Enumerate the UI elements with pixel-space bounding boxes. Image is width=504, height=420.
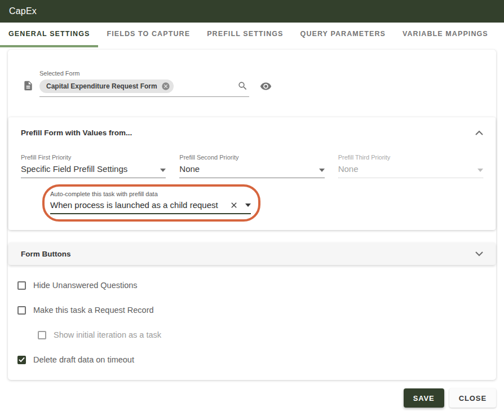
priority-dropdowns: Prefill First Priority Specific Field Pr… [21, 154, 483, 178]
dropdown-label: Prefill Second Priority [179, 154, 324, 161]
selected-form-row: Selected Form Capital Expenditure Reques… [8, 50, 496, 97]
dropdown-value: None [338, 164, 359, 174]
checkbox-label: Show initial iteration as a task [54, 330, 161, 339]
form-buttons-panel[interactable]: Form Buttons [8, 242, 496, 265]
footer-actions: SAVE CLOSE [8, 388, 496, 408]
prefill-second-priority-select[interactable]: Prefill Second Priority None [179, 154, 324, 178]
chip-label: Capital Expenditure Request Form [46, 82, 157, 90]
checkbox-label: Delete draft data on timeout [33, 355, 134, 364]
tab-query-parameters[interactable]: QUERY PARAMETERS [292, 23, 394, 47]
dropdown-arrow-icon [478, 164, 483, 174]
dropdown-label: Prefill Third Priority [338, 154, 483, 161]
autocomplete-value: When process is launched as a child requ… [50, 200, 229, 210]
document-icon [23, 79, 34, 95]
checkbox-checked-icon[interactable] [17, 356, 26, 364]
close-button[interactable]: CLOSE [449, 388, 496, 408]
checkbox-icon [38, 331, 46, 339]
prefill-panel-title: Prefill Form with Values from... [21, 129, 132, 137]
dropdown-value: Specific Field Prefill Settings [21, 164, 127, 174]
dropdown-label: Prefill First Priority [21, 154, 166, 161]
tab-general-settings[interactable]: GENERAL SETTINGS [0, 23, 98, 47]
prefill-first-priority-select[interactable]: Prefill First Priority Specific Field Pr… [21, 154, 166, 178]
prefill-panel-header[interactable]: Prefill Form with Values from... [21, 129, 483, 137]
autocomplete-task-select[interactable]: Auto-complete this task with prefill dat… [50, 191, 251, 214]
dropdown-arrow-icon[interactable] [160, 164, 166, 174]
tab-variable-mappings[interactable]: VARIABLE MAPPINGS [394, 23, 497, 47]
search-icon[interactable] [237, 81, 248, 91]
general-settings-card: Selected Form Capital Expenditure Reques… [8, 50, 496, 380]
clear-icon[interactable] [229, 201, 238, 210]
tab-fields-to-capture[interactable]: FIELDS TO CAPTURE [98, 23, 198, 47]
autocomplete-label: Auto-complete this task with prefill dat… [50, 191, 251, 197]
selected-form-chip[interactable]: Capital Expenditure Request Form [39, 79, 174, 93]
selected-form-field[interactable]: Selected Form Capital Expenditure Reques… [39, 70, 249, 97]
prefill-panel: Prefill Form with Values from... Prefill… [8, 117, 496, 230]
chip-remove-icon[interactable] [161, 82, 170, 91]
tab-bar: GENERAL SETTINGS FIELDS TO CAPTURE PREFI… [0, 23, 504, 47]
save-button[interactable]: SAVE [404, 388, 444, 408]
checkbox-label: Make this task a Request Record [33, 306, 154, 315]
options-checkbox-list: Hide Unanswered Questions Make this task… [8, 265, 496, 364]
dropdown-arrow-icon[interactable] [245, 204, 251, 207]
checkbox-icon[interactable] [17, 306, 26, 315]
form-buttons-title: Form Buttons [21, 250, 71, 258]
capex-settings-window: CapEx GENERAL SETTINGS FIELDS TO CAPTURE… [0, 0, 504, 408]
selected-form-label: Selected Form [39, 70, 249, 77]
tab-prefill-settings[interactable]: PREFILL SETTINGS [198, 23, 291, 47]
checkbox-label: Hide Unanswered Questions [33, 281, 138, 290]
dropdown-arrow-icon[interactable] [319, 164, 325, 174]
checkbox-delete-draft-data[interactable]: Delete draft data on timeout [17, 355, 496, 364]
checkbox-show-initial-iteration: Show initial iteration as a task [38, 330, 496, 339]
checkbox-make-task-request-record[interactable]: Make this task a Request Record [17, 306, 496, 315]
window-title: CapEx [9, 6, 37, 16]
checkbox-icon[interactable] [17, 281, 26, 290]
checkbox-hide-unanswered-questions[interactable]: Hide Unanswered Questions [17, 281, 496, 290]
eye-icon[interactable] [260, 82, 272, 91]
chevron-up-icon[interactable] [475, 130, 483, 135]
chevron-down-icon[interactable] [475, 251, 483, 257]
app-header: CapEx [0, 0, 504, 23]
prefill-third-priority-select: Prefill Third Priority None [338, 154, 483, 178]
dropdown-value: None [179, 164, 200, 174]
